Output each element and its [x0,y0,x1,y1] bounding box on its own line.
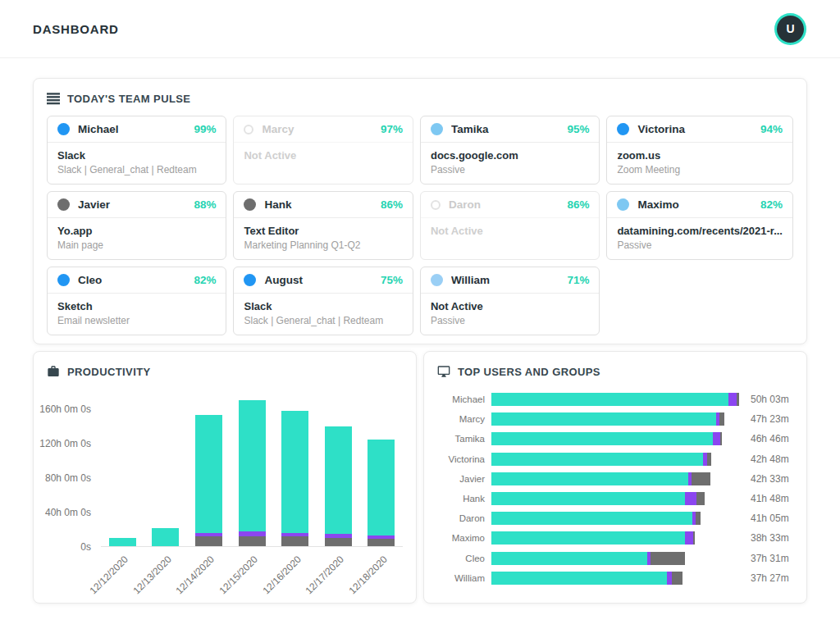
duration-label: 42h 33m [751,473,789,485]
pulse-card-body: Not Active [421,218,599,245]
pulse-percent: 99% [194,123,216,135]
pulse-card-body: Yo.appMain page [48,218,226,259]
top-users-header: TOP USERS AND GROUPS [424,352,806,378]
duration-label: 50h 03m [751,394,789,405]
user-avatar[interactable]: U [777,16,804,43]
user-name-label: Hank [437,494,488,504]
productivity-bar [195,415,222,546]
bar-segment-teal [491,531,685,545]
bar-segment-teal [368,440,395,536]
pulse-card-body: Not Active [234,143,412,170]
user-status-dot [244,198,256,211]
team-pulse-header: TODAY'S TEAM PULSE [34,79,806,105]
x-tick-label: 12/15/2020 [217,554,260,596]
current-app: datamining.com/recents/2021-r... [617,225,783,237]
x-tick-label: 12/18/2020 [346,554,389,596]
y-tick-label: 80h 0m 0s [45,472,91,484]
bar-segment-teal [491,512,692,525]
pulse-card-header: Marcy97% [234,116,412,143]
pulse-card-hank: Hank86%Text EditorMarketing Planning Q1-… [233,191,413,260]
productivity-bar [325,426,352,546]
bar-segment-gray [719,412,724,426]
duration-label: 46h 46m [751,433,789,444]
current-app-detail: Marketing Planning Q1-Q2 [244,239,402,251]
bar-segment-purple [728,393,737,406]
duration-label: 42h 48m [751,453,789,465]
bar-track [491,472,739,485]
user-status-dot [244,274,256,286]
pulse-percent: 86% [567,198,589,211]
pulse-card-body: SketchEmail newsletter [48,294,226,335]
current-app: Slack [57,149,216,162]
top-users-panel: TOP USERS AND GROUPS Michael50h 03mMarcy… [423,351,807,604]
productivity-x-axis: 12/12/202012/13/202012/14/202012/15/2020… [101,547,403,604]
current-app-detail: Main page [57,239,216,251]
user-status-dot [431,200,441,210]
bar-track [491,572,739,585]
pulse-percent: 71% [567,274,589,286]
top-users-row: Victorina42h 48m [437,449,793,469]
user-name-label: Michael [437,394,488,404]
user-name: Hank [264,198,380,211]
x-tick-label: 12/17/2020 [304,554,346,596]
productivity-bar [368,440,395,546]
bar-segment-gray [195,536,222,546]
current-app-detail: Slack | General_chat | Redteam [57,164,216,175]
dashboard-content: TODAY'S TEAM PULSE Michael99%SlackSlack … [0,58,840,604]
pulse-card-victorina: Victorina94%zoom.usZoom Meeting [606,116,793,185]
bar-segment-gray [720,432,722,445]
productivity-panel: PRODUCTIVITY 0s40h 0m 0s80h 0m 0s120h 0m… [33,351,417,604]
user-name-label: Marcy [437,414,488,424]
user-status-dot [431,123,443,135]
bar-track [491,453,739,466]
pulse-cards-grid: Michael99%SlackSlack | General_chat | Re… [34,105,806,349]
user-status-dot [57,274,70,286]
current-app-detail: Passive [431,315,589,326]
pulse-percent: 82% [760,198,783,211]
user-name: William [451,274,567,286]
bar-segment-gray [696,492,705,505]
pulse-percent: 97% [381,123,403,135]
top-users-row: William37h 27m [437,568,793,588]
pulse-card-header: William71% [421,267,599,294]
current-app-detail: Zoom Meeting [617,164,783,175]
page-title: DASHBOARD [33,22,119,36]
current-app: zoom.us [617,149,783,162]
user-name-label: Victorina [437,454,488,464]
charts-row: PRODUCTIVITY 0s40h 0m 0s80h 0m 0s120h 0m… [33,351,807,604]
bar-segment-gray [368,539,395,546]
x-tick-label: 12/12/2020 [88,554,130,596]
user-name-label: Daron [437,513,488,523]
pulse-card-william: William71%Not ActivePassive [420,267,600,335]
pulse-percent: 82% [194,274,216,286]
bar-segment-teal [491,472,688,485]
bar-segment-teal [491,453,703,466]
current-app-detail: Slack | General_chat | Redteam [244,315,402,326]
bar-segment-teal [281,411,308,533]
bar-track [491,552,739,565]
pulse-card-header: Maximo82% [607,192,792,218]
bar-segment-gray [281,536,308,546]
bar-track [491,393,739,406]
bar-segment-purple [685,531,693,545]
user-name: Michael [78,123,194,135]
productivity-title: PRODUCTIVITY [67,366,151,378]
bar-segment-teal [491,412,716,426]
pulse-card-august: August75%SlackSlack | General_chat | Red… [233,267,413,335]
avatar-initial: U [786,22,794,35]
pulse-card-body: zoom.usZoom Meeting [607,143,792,184]
y-tick-label: 120h 0m 0s [39,438,91,449]
bar-segment-gray [707,453,712,466]
x-tick-label: 12/13/2020 [130,554,173,596]
list-icon [47,92,60,105]
user-name-label: Tamika [437,434,488,444]
bar-segment-purple [667,572,673,585]
pulse-card-body: SlackSlack | General_chat | Redteam [48,143,226,184]
pulse-card-header: Javier88% [48,192,226,218]
duration-label: 37h 27m [751,572,789,584]
duration-label: 47h 23m [751,413,789,425]
y-tick-label: 0s [80,541,91,553]
productivity-header: PRODUCTIVITY [34,352,416,378]
pulse-card-header: August75% [234,267,412,294]
bar-segment-teal [195,415,222,533]
